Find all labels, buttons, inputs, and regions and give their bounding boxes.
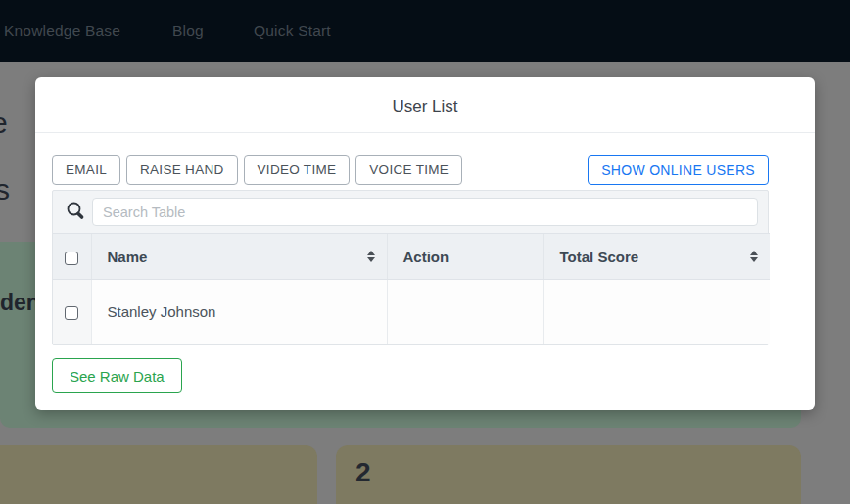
modal-body: EMAIL RAISE HAND VIDEO TIME VOICE TIME S… <box>35 133 785 393</box>
column-header-name[interactable]: Name <box>91 234 387 280</box>
video-time-button[interactable]: VIDEO TIME <box>244 155 351 185</box>
see-raw-data-button[interactable]: See Raw Data <box>52 358 182 393</box>
background-text-fragment: s <box>0 173 10 206</box>
modal-title: User List <box>35 97 815 116</box>
table-row: Stanley Johnson <box>53 280 770 344</box>
nav-item-quick-start[interactable]: Quick Start <box>254 0 331 62</box>
user-list-modal: User List EMAIL RAISE HAND VIDEO TIME VO… <box>35 77 815 410</box>
row-select-cell <box>53 280 91 344</box>
select-all-cell <box>53 234 91 280</box>
stat-value: 2 <box>355 457 371 488</box>
background-stat-card: 2 <box>336 445 801 504</box>
top-navbar: Knowledge Base Blog Quick Start <box>0 0 850 62</box>
row-checkbox[interactable] <box>65 306 78 320</box>
filter-button-row: EMAIL RAISE HAND VIDEO TIME VOICE TIME S… <box>52 155 769 185</box>
modal-header: User List <box>35 77 815 133</box>
background-stat-card <box>0 445 317 504</box>
sort-icon[interactable] <box>367 251 375 262</box>
raise-hand-button[interactable]: RAISE HAND <box>126 155 238 185</box>
show-online-users-button[interactable]: SHOW ONLINE USERS <box>588 155 769 185</box>
row-name-cell: Stanley Johnson <box>91 280 387 344</box>
column-header-action: Action <box>387 234 543 280</box>
nav-item-knowledge-base[interactable]: Knowledge Base <box>4 0 120 62</box>
background-text-fragment: den <box>0 290 40 316</box>
column-label: Total Score <box>560 249 639 265</box>
table-search-strip <box>53 191 768 233</box>
column-header-total-score[interactable]: Total Score <box>543 234 770 280</box>
email-button[interactable]: EMAIL <box>52 155 120 185</box>
nav-item-blog[interactable]: Blog <box>172 0 204 62</box>
search-input[interactable] <box>92 198 758 226</box>
table-header-row: Name Action Total Score <box>53 234 770 280</box>
column-label: Action <box>403 249 449 265</box>
column-label: Name <box>108 249 148 265</box>
select-all-checkbox[interactable] <box>65 252 78 265</box>
search-icon <box>61 201 90 223</box>
voice-time-button[interactable]: VOICE TIME <box>355 155 462 185</box>
user-table-card: Name Action Total Score <box>52 190 769 345</box>
background-text-fragment: e <box>0 107 8 140</box>
user-table: Name Action Total Score <box>53 233 770 344</box>
sort-icon[interactable] <box>750 251 758 262</box>
row-action-cell <box>387 280 543 344</box>
row-total-score-cell <box>543 280 770 344</box>
